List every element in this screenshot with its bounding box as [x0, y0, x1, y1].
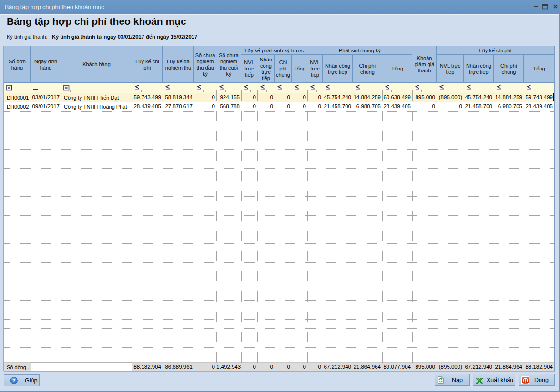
- svg-text:?: ?: [12, 378, 15, 383]
